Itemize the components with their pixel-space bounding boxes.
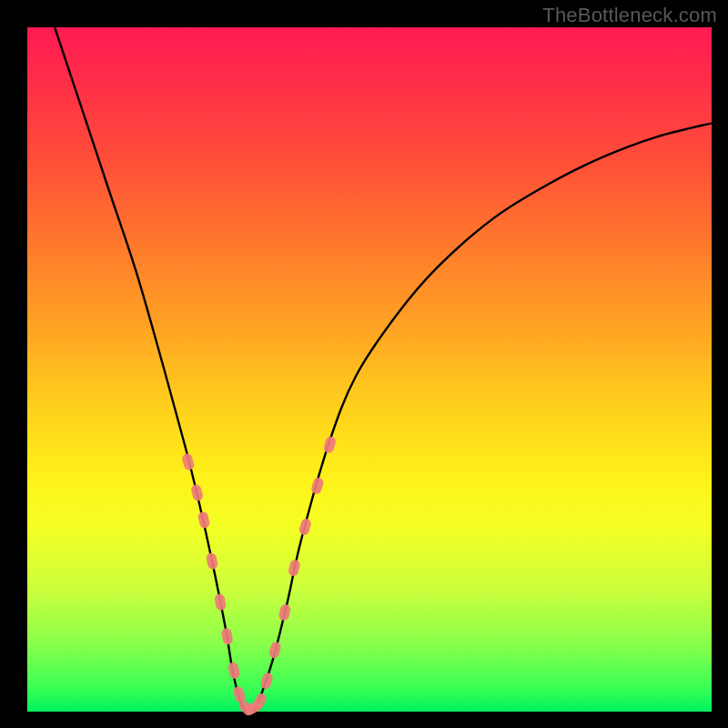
marker-dash bbox=[268, 641, 282, 659]
marker-dash bbox=[197, 511, 211, 529]
chart-frame: TheBottleneck.com bbox=[0, 0, 728, 728]
watermark-text: TheBottleneck.com bbox=[542, 4, 717, 27]
plot-area bbox=[27, 27, 712, 712]
marker-dash bbox=[220, 627, 233, 645]
marker-dash bbox=[298, 518, 312, 536]
marker-dash bbox=[206, 552, 218, 571]
marker-dash bbox=[259, 672, 274, 690]
bottleneck-curve bbox=[55, 27, 712, 713]
marker-dash bbox=[310, 477, 325, 495]
marker-dash bbox=[323, 435, 338, 453]
marker-dash bbox=[214, 593, 227, 612]
curve-layer bbox=[27, 27, 712, 712]
marker-dash bbox=[190, 483, 204, 501]
marker-dots bbox=[181, 435, 337, 717]
marker-dash bbox=[288, 559, 301, 577]
marker-dash bbox=[278, 603, 291, 622]
marker-dash bbox=[181, 452, 196, 470]
marker-dash bbox=[228, 662, 241, 680]
